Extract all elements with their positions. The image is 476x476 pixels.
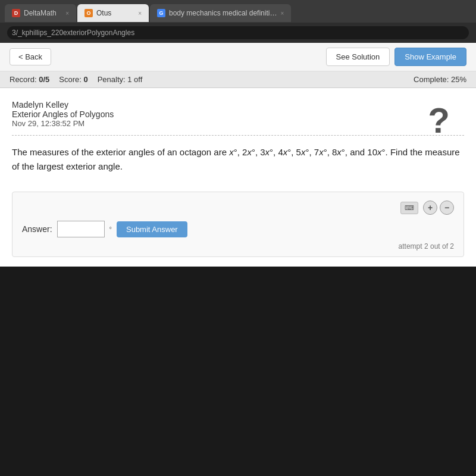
answer-container: ⌨ + − Answer: ° Submit Answer attempt 2 … [12, 192, 464, 257]
assignment-header-wrapper: Madelyn Kelley Exterior Angles of Polygo… [12, 100, 464, 128]
degree-symbol: ° [109, 226, 112, 233]
see-solution-button[interactable]: See Solution [326, 48, 390, 66]
penalty-label: Penalty: [98, 75, 126, 84]
attempt-text: attempt 2 out of 2 [22, 242, 454, 250]
answer-label: Answer: [22, 224, 52, 234]
penalty-value: 1 off [127, 75, 142, 84]
question-mark-icon[interactable]: ? [428, 100, 450, 141]
address-bar [0, 23, 476, 43]
score-value: 0 [83, 75, 87, 84]
deltamath-icon: D [12, 9, 20, 17]
problem-text: The measures of the exterior angles of a… [12, 145, 464, 174]
tab-google[interactable]: G body mechanics medical definiti… × [150, 4, 291, 22]
show-example-button[interactable]: Show Example [394, 48, 466, 66]
see-solution-label: See Solution [336, 52, 380, 61]
score-stat: Score: 0 [59, 75, 87, 84]
student-name: Madelyn Kelley [12, 100, 464, 109]
score-label: Score: [59, 75, 82, 84]
tab-deltamath-close[interactable]: × [65, 10, 69, 17]
penalty-stat: Penalty: 1 off [98, 75, 143, 84]
record-label: Record: [10, 75, 37, 84]
submit-answer-button[interactable]: Submit Answer [117, 221, 187, 237]
tab-otus-label: Otus [96, 9, 111, 17]
tab-google-close[interactable]: × [280, 10, 284, 17]
show-example-label: Show Example [405, 52, 456, 61]
record-stat: Record: 0/5 [10, 75, 49, 84]
main-content: Madelyn Kelley Exterior Angles of Polygo… [0, 88, 476, 267]
answer-toolbar: ⌨ + − [22, 201, 454, 215]
plus-minus-buttons: + − [423, 201, 454, 215]
assignment-header: Madelyn Kelley Exterior Angles of Polygo… [12, 100, 464, 128]
answer-row: Answer: ° Submit Answer [22, 221, 454, 237]
browser-chrome: D DeltaMath × O Otus × G body mechanics … [0, 0, 476, 43]
assignment-date: Nov 29, 12:38:52 PM [12, 119, 464, 128]
back-label: < Back [18, 52, 42, 61]
answer-input[interactable] [57, 221, 105, 237]
tab-deltamath-label: DeltaMath [24, 9, 57, 17]
complete-stat: Complete: 25% [414, 75, 466, 84]
complete-label: Complete: [414, 75, 449, 84]
record-value: 0/5 [39, 75, 49, 84]
google-icon: G [157, 9, 165, 17]
header-right-buttons: See Solution Show Example [326, 48, 466, 66]
back-button[interactable]: < Back [10, 48, 51, 65]
tab-otus[interactable]: O Otus × [77, 4, 149, 22]
minus-button[interactable]: − [440, 201, 454, 215]
stats-left: Record: 0/5 Score: 0 Penalty: 1 off [10, 75, 142, 84]
tab-otus-close[interactable]: × [138, 10, 142, 17]
tab-deltamath[interactable]: D DeltaMath × [5, 4, 76, 22]
app-header: < Back See Solution Show Example [0, 43, 476, 71]
tab-bar: D DeltaMath × O Otus × G body mechanics … [0, 0, 476, 23]
tab-google-label: body mechanics medical definiti… [169, 9, 277, 17]
address-input[interactable] [7, 26, 469, 39]
submit-label: Submit Answer [126, 225, 178, 234]
plus-button[interactable]: + [423, 201, 437, 215]
keyboard-icon[interactable]: ⌨ [400, 202, 418, 214]
complete-value: 25% [451, 75, 466, 84]
stats-bar: Record: 0/5 Score: 0 Penalty: 1 off Comp… [0, 71, 476, 88]
divider [12, 135, 464, 136]
assignment-title: Exterior Angles of Polygons [12, 109, 464, 119]
otus-icon: O [84, 9, 93, 17]
